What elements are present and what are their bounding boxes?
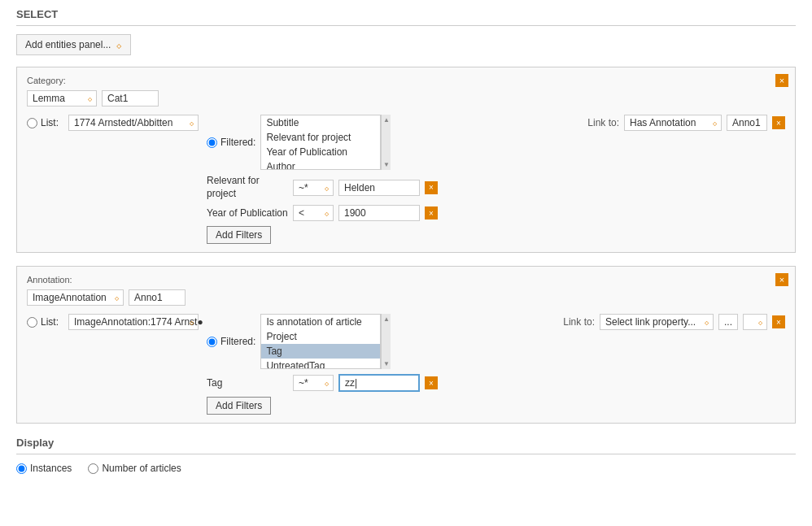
annotation-type-select-input[interactable]: ImageAnnotation TextAnnotation: [28, 290, 123, 305]
display-option-articles[interactable]: Number of articles: [88, 463, 181, 474]
cat-filter-value-1[interactable]: [338, 180, 420, 196]
ann-filter-value-1[interactable]: [338, 374, 420, 392]
display-options: Instances Number of articles: [16, 463, 796, 474]
category-filter-listbox-wrapper: Subtitle Relevant for project Year of Pu…: [260, 115, 391, 170]
annotation-list-radio-label[interactable]: List:: [27, 316, 59, 328]
annotation-filtered-label: Filtered:: [220, 336, 255, 347]
annotation-list-select-input[interactable]: ImageAnnotation:1774 Arnst●: [69, 315, 220, 329]
annotation-link-property-select[interactable]: Select link property...: [600, 314, 714, 330]
display-option-instances[interactable]: Instances: [16, 463, 72, 474]
ann-filter-item-4[interactable]: UntreatedTag: [261, 359, 380, 369]
category-link-to-section: Link to: Has Annotation ×: [587, 115, 785, 131]
cat-filter-remove-1-button[interactable]: ×: [425, 181, 438, 194]
category-filter-scrollbar[interactable]: ▲ ▼: [381, 115, 391, 170]
ann-filter-op-1-select[interactable]: ~* < =: [294, 376, 325, 390]
annotation-panel-label: Annotation:: [27, 275, 785, 285]
annotation-filtered-header: Filtered: Is annotation of article Proje…: [207, 314, 438, 369]
annotation-filter-scrollbar[interactable]: ▲ ▼: [381, 314, 391, 369]
category-list-radio[interactable]: [27, 118, 37, 128]
category-panel: × Category: Lemma Article Annotation Lis…: [16, 67, 796, 253]
ann-filter-label-1: Tag: [207, 377, 288, 389]
category-filter-area: List: 1774 Arnstedt/Abbitten Filtered: S…: [27, 115, 785, 244]
category-list-radio-label[interactable]: List:: [27, 117, 59, 128]
filter-item-subtitle[interactable]: Subtitle: [261, 115, 380, 130]
annotation-filtered-radio-label[interactable]: Filtered:: [207, 336, 255, 347]
category-add-filters-button[interactable]: Add Filters: [207, 226, 271, 244]
annotation-list-radio-row: List: ImageAnnotation:1774 Arnst●: [27, 314, 199, 330]
category-link-property-select[interactable]: Has Annotation: [624, 115, 722, 131]
ann-scrollbar-down-arrow[interactable]: ▼: [383, 360, 390, 367]
display-instances-radio[interactable]: [16, 463, 27, 474]
category-list-select-input[interactable]: 1774 Arnstedt/Abbitten: [69, 115, 190, 130]
add-entities-button[interactable]: Add entities panel... ⬦: [16, 34, 131, 55]
cat-filter-label-2: Year of Publication: [207, 207, 288, 219]
add-entities-row: Add entities panel... ⬦: [16, 34, 796, 55]
annotation-link-remove-button[interactable]: ×: [772, 315, 785, 328]
annotation-link-arrow-select-input[interactable]: [744, 315, 765, 329]
category-list-radio-row: List: 1774 Arnstedt/Abbitten: [27, 115, 199, 131]
annotation-list-radio[interactable]: [27, 317, 37, 328]
category-panel-close-button[interactable]: ×: [775, 74, 788, 87]
select-title: SELECT: [16, 8, 796, 20]
category-link-remove-button[interactable]: ×: [772, 116, 785, 129]
category-filtered-radio[interactable]: [207, 137, 217, 148]
scrollbar-up-arrow[interactable]: ▲: [383, 116, 390, 124]
filter-item-author[interactable]: Author: [261, 159, 380, 170]
category-type-select[interactable]: Lemma Article Annotation: [27, 90, 97, 107]
ann-filter-item-1[interactable]: Is annotation of article: [261, 315, 380, 329]
category-filtered-section: Filtered: Subtitle Relevant for project …: [207, 115, 438, 244]
annotation-link-arrow-select[interactable]: [743, 314, 767, 330]
category-add-filters-row: Add Filters: [207, 226, 438, 244]
annotation-list-label: List:: [41, 316, 59, 328]
category-filter-row-1: Relevant forproject ~* < = ×: [207, 175, 438, 200]
filter-item-relevant[interactable]: Relevant for project: [261, 130, 380, 145]
cat-filter-remove-2-button[interactable]: ×: [425, 206, 438, 220]
category-link-property-select-input[interactable]: Has Annotation: [625, 115, 714, 130]
display-title: Display: [16, 437, 796, 449]
ann-filter-item-3[interactable]: Tag: [261, 344, 380, 359]
category-link-name-input[interactable]: [727, 115, 767, 131]
cat-filter-op-1[interactable]: ~* < =: [293, 180, 334, 196]
cat-filter-op-1-select[interactable]: ~* < =: [294, 180, 325, 195]
cat-filter-op-2-select[interactable]: < ~* =: [294, 206, 325, 220]
annotation-link-label: Link to:: [563, 316, 595, 328]
annotation-add-filters-button[interactable]: Add Filters: [207, 397, 271, 415]
category-filtered-radio-label[interactable]: Filtered:: [207, 137, 255, 148]
annotation-link-dots-button[interactable]: ...: [718, 314, 738, 330]
category-filtered-label: Filtered:: [220, 137, 255, 148]
annotation-filter-row-1: Tag ~* < = ×: [207, 374, 438, 392]
category-link-label: Link to:: [587, 117, 619, 128]
display-articles-radio[interactable]: [88, 463, 98, 474]
annotation-list-select[interactable]: ImageAnnotation:1774 Arnst●: [68, 314, 199, 330]
ann-filter-item-2[interactable]: Project: [261, 329, 380, 344]
cat-filter-label-1: Relevant forproject: [207, 175, 288, 200]
annotation-link-property-select-input[interactable]: Select link property...: [600, 315, 713, 329]
annotation-link-to-section: Link to: Select link property... ... ×: [563, 314, 785, 330]
category-header-row: Lemma Article Annotation: [27, 90, 785, 107]
category-name-input[interactable]: [102, 90, 159, 107]
category-list-label: List:: [41, 117, 59, 128]
ann-filter-remove-1-button[interactable]: ×: [425, 376, 438, 389]
add-entities-label: Add entities panel...: [25, 39, 111, 50]
title-divider: [16, 25, 796, 26]
category-type-select-input[interactable]: Lemma Article Annotation: [28, 91, 96, 106]
category-list-select[interactable]: 1774 Arnstedt/Abbitten: [68, 115, 199, 131]
category-panel-label: Category:: [27, 76, 785, 85]
annotation-header-row: ImageAnnotation TextAnnotation: [27, 289, 785, 306]
ann-scrollbar-up-arrow[interactable]: ▲: [383, 315, 390, 323]
annotation-filtered-radio[interactable]: [207, 337, 217, 347]
annotation-panel-close-button[interactable]: ×: [775, 273, 788, 286]
annotation-name-input[interactable]: [129, 289, 186, 306]
annotation-type-select[interactable]: ImageAnnotation TextAnnotation: [27, 289, 124, 306]
category-filter-row-2: Year of Publication < ~* = ×: [207, 205, 438, 221]
cat-filter-op-2[interactable]: < ~* =: [293, 205, 334, 221]
annotation-filter-listbox[interactable]: Is annotation of article Project Tag Unt…: [260, 314, 381, 369]
ann-filter-op-1[interactable]: ~* < =: [293, 375, 334, 391]
scrollbar-down-arrow[interactable]: ▼: [383, 161, 390, 168]
filter-item-year[interactable]: Year of Publication: [261, 145, 380, 159]
cat-filter-value-2[interactable]: [338, 205, 420, 221]
annotation-add-filters-row: Add Filters: [207, 397, 438, 415]
display-articles-label: Number of articles: [102, 463, 181, 474]
category-filter-listbox[interactable]: Subtitle Relevant for project Year of Pu…: [260, 115, 381, 170]
display-instances-label: Instances: [30, 463, 72, 474]
